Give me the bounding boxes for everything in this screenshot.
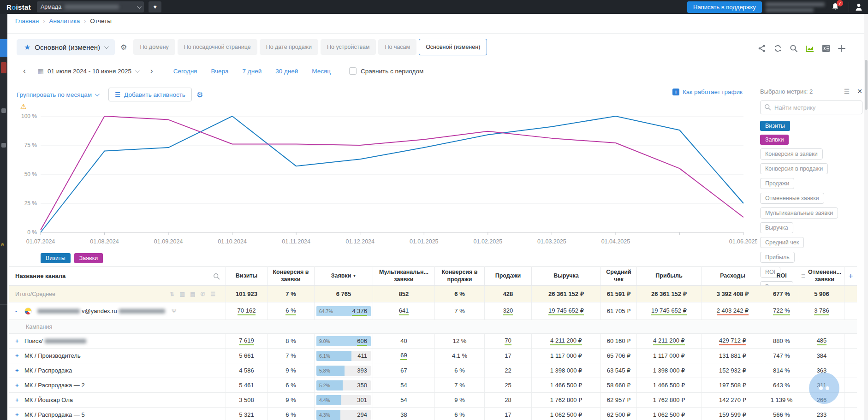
cell-value[interactable]: 70 — [505, 337, 511, 345]
how-chart-works-link[interactable]: iКак работает график — [672, 89, 743, 95]
close-icon[interactable]: ✕ — [857, 88, 862, 95]
user-menu-button[interactable] — [854, 2, 864, 14]
health-widget-button[interactable]: ♥ — [149, 1, 161, 12]
sidebar-active-item[interactable] — [0, 39, 7, 57]
cell-value[interactable]: 19 745 652 ₽ — [548, 307, 584, 315]
channel-name-cell[interactable]: +МК / Йошкар Ола — [9, 393, 226, 407]
column-header[interactable]: ROI — [764, 266, 799, 286]
column-header[interactable]: Конверсия в продажи — [435, 266, 485, 286]
chart-settings-gear-icon[interactable]: ⚙ — [196, 90, 203, 99]
cell-value[interactable]: 70 162 — [238, 307, 256, 315]
column-header[interactable]: Средний чек — [601, 266, 637, 286]
expand-toggle[interactable]: + — [15, 337, 24, 344]
quick-period-link[interactable]: 30 дней — [275, 68, 298, 75]
sidebar-item[interactable] — [1, 143, 6, 148]
report-tab[interactable]: По домену — [133, 39, 175, 55]
chart-icon[interactable] — [805, 44, 814, 53]
channel-name-cell[interactable]: +МК / Производитель — [9, 349, 226, 363]
cell-value[interactable]: 2 403 242 ₽ — [717, 307, 749, 315]
share-icon[interactable] — [758, 44, 766, 53]
support-button[interactable]: Написать в поддержку — [687, 1, 762, 13]
metric-chip[interactable]: Отмененные заявки — [760, 193, 824, 204]
metric-search-input[interactable] — [760, 101, 862, 114]
expand-toggle[interactable]: + — [15, 382, 24, 389]
cell-value[interactable]: 4 211 200 ₽ — [550, 337, 582, 345]
column-header[interactable]: Заявки▼ — [315, 266, 373, 286]
cell-value[interactable]: 485 — [817, 337, 827, 345]
expand-toggle[interactable]: + — [15, 396, 24, 403]
sidebar-item[interactable] — [1, 62, 6, 73]
report-tab[interactable]: По дате продажи — [260, 39, 318, 55]
cell-value[interactable]: 3 786 — [814, 307, 829, 315]
channel-name-cell[interactable]: +Поиск/ — [9, 334, 226, 348]
cell-value[interactable]: 722 % — [773, 307, 790, 315]
report-settings-gear-icon[interactable]: ⚙ — [120, 43, 127, 52]
metric-chip[interactable]: Продажи — [760, 178, 794, 189]
prev-period-button[interactable]: ‹ — [19, 65, 30, 77]
column-header[interactable]: Продажи — [485, 266, 532, 286]
breadcrumb-home[interactable]: Главная — [15, 18, 39, 24]
channel-name-cell[interactable]: +МК / Распродажа — 2 — [9, 378, 226, 392]
excel-export-icon[interactable] — [822, 44, 830, 53]
quick-period-link[interactable]: Месяц — [312, 68, 331, 75]
add-report-icon[interactable] — [838, 44, 846, 53]
column-header[interactable]: Прибыль — [637, 266, 702, 286]
cell-value[interactable]: 69 — [400, 352, 407, 360]
report-tab[interactable]: Основной (изменен) — [419, 39, 487, 55]
next-period-button[interactable]: › — [147, 65, 157, 77]
metric-chip[interactable]: Выручка — [760, 222, 793, 233]
column-header[interactable]: Мультиканальн... заявки — [373, 266, 435, 286]
column-header[interactable]: Конверсия в заявки — [268, 266, 315, 286]
legend-chip[interactable]: Заявки — [74, 253, 103, 263]
report-selector[interactable]: ★ Основной (изменен) — [17, 39, 115, 55]
scrollbar-thumb[interactable] — [865, 60, 868, 110]
expand-toggle[interactable]: - — [15, 308, 24, 314]
cell-value[interactable]: 4 376 — [352, 308, 367, 316]
page-scrollbar[interactable] — [864, 14, 868, 420]
metric-chip-selected[interactable]: Визиты — [760, 121, 790, 131]
metric-chip[interactable]: Средний чек — [760, 237, 804, 248]
search-icon[interactable] — [213, 273, 220, 280]
column-header[interactable]: Название канала — [9, 266, 226, 286]
expand-toggle[interactable]: + — [15, 352, 24, 359]
cell-value[interactable]: 429 712 ₽ — [719, 337, 746, 345]
cell-value[interactable]: 6 % — [285, 307, 296, 315]
search-icon[interactable] — [790, 44, 798, 53]
metric-chip[interactable]: Мультиканальные заявки — [760, 207, 838, 219]
quick-period-link[interactable]: Вчера — [211, 68, 228, 75]
cell-value[interactable]: 606 — [357, 337, 367, 346]
column-header[interactable]: Расходы — [702, 266, 764, 286]
channel-name-cell[interactable]: -v@yandex.ruΨ — [9, 302, 226, 319]
channel-name-cell[interactable]: +МК / Распродажа — [9, 363, 226, 378]
report-tab[interactable]: По посадочной странице — [178, 39, 257, 55]
metrics-list-icon[interactable]: ☰ — [844, 88, 850, 95]
column-header[interactable]: ☰Отмененн... заявки — [799, 266, 844, 286]
support-chat-bubble[interactable] — [809, 373, 839, 404]
quick-period-link[interactable]: 7 дней — [243, 68, 262, 75]
column-header[interactable]: Выручка — [532, 266, 601, 286]
expand-toggle[interactable]: + — [15, 367, 24, 374]
breadcrumb-analytics[interactable]: Аналитика — [49, 18, 80, 24]
cell-value[interactable]: 320 — [503, 307, 513, 315]
metric-chip[interactable]: Прибыль — [760, 252, 795, 263]
cell-value[interactable]: 4 211 200 ₽ — [653, 337, 685, 345]
expand-toggle[interactable]: + — [15, 411, 24, 418]
account-switcher[interactable]: Армада — [37, 1, 144, 12]
report-tab[interactable]: По устройствам — [321, 39, 376, 55]
metric-chip-selected[interactable]: Заявки — [760, 135, 789, 145]
group-by-dropdown[interactable]: Группировать по месяцам — [17, 91, 98, 98]
cell-value[interactable]: 19 745 652 ₽ — [651, 307, 687, 315]
add-column-button[interactable]: + — [844, 266, 857, 286]
channel-name-cell[interactable]: +МК / Распродажа — 5 — [9, 408, 226, 420]
cell-value[interactable]: 641 — [399, 307, 409, 315]
row-tools-icons[interactable]: ⇅ ▥ ▤ ✆ ☰ — [170, 291, 217, 297]
quick-period-link[interactable]: Сегодня — [173, 68, 197, 75]
add-activity-button[interactable]: ☰Добавить активность — [108, 88, 192, 101]
refresh-icon[interactable] — [773, 44, 782, 53]
sidebar-item[interactable] — [1, 108, 6, 113]
metric-chip[interactable]: Конверсия в заявки — [760, 148, 823, 160]
legend-chip[interactable]: Визиты — [41, 253, 71, 263]
report-tab[interactable]: По часам — [378, 39, 416, 55]
notifications-button[interactable]: 7 — [829, 1, 841, 13]
compare-checkbox[interactable] — [349, 67, 357, 75]
